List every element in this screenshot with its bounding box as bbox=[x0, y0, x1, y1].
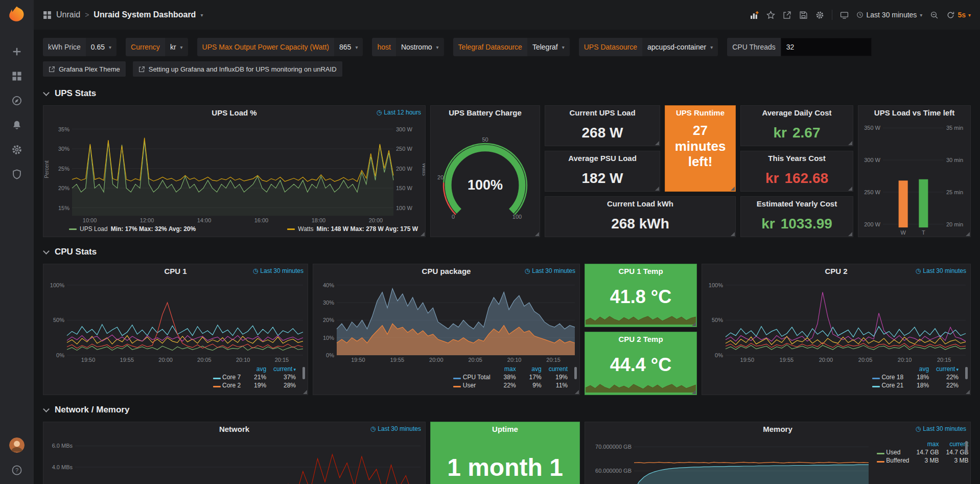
chevron-down-icon[interactable]: ▾ bbox=[200, 12, 203, 18]
refresh-interval-label[interactable]: 5s bbox=[958, 11, 966, 19]
panel-title[interactable]: UPS Battery Charge bbox=[449, 108, 522, 117]
legend-series[interactable]: Core 2 bbox=[209, 381, 244, 389]
legend-sort-avg[interactable]: avg bbox=[244, 365, 270, 373]
dashboards-icon[interactable] bbox=[11, 71, 22, 82]
stat-value: 268 W bbox=[545, 120, 660, 146]
panel-title[interactable]: CPU package bbox=[422, 267, 471, 275]
legend-series[interactable]: Used bbox=[873, 448, 913, 456]
zoom-out-icon[interactable] bbox=[930, 11, 939, 19]
legend-scrollbar[interactable] bbox=[302, 367, 305, 391]
ups-load-chart[interactable]: 15%20%25%30%35%100 W150 W200 W250 W300 W… bbox=[43, 120, 425, 224]
svg-text:25%: 25% bbox=[58, 166, 69, 172]
clock-icon: ◷ bbox=[525, 267, 530, 274]
legend-sort-current[interactable]: current▾ bbox=[932, 365, 962, 373]
panel-title[interactable]: UPS Load % bbox=[212, 108, 256, 117]
cycle-view-monitor-icon[interactable] bbox=[840, 11, 849, 19]
dashboard-title[interactable]: Unraid System Dashboard bbox=[94, 10, 196, 19]
legend-scrollbar[interactable] bbox=[965, 441, 968, 466]
variable-value-dropdown[interactable]: Telegraf▾ bbox=[527, 38, 570, 56]
chart-legend: maxavgcurrent CPU Total38%17%19% User22%… bbox=[313, 364, 579, 395]
panel-title[interactable]: Uptime bbox=[492, 425, 518, 433]
panel-title[interactable]: Average PSU Load bbox=[568, 154, 637, 163]
legend-series[interactable]: Buffered bbox=[873, 456, 913, 465]
variable-value-dropdown[interactable]: 0.65▾ bbox=[86, 38, 116, 56]
panel-title[interactable]: This Years Cost bbox=[768, 154, 825, 163]
legend-series[interactable]: User bbox=[450, 381, 494, 389]
svg-text:19:50: 19:50 bbox=[740, 357, 755, 363]
clock-icon: ◷ bbox=[370, 425, 376, 432]
panel-title[interactable]: CPU 1 Temp bbox=[618, 267, 663, 275]
variable-value-dropdown[interactable]: kr▾ bbox=[165, 38, 188, 56]
panel-title[interactable]: Estimated Yearly Cost bbox=[757, 199, 837, 208]
chevron-down-icon[interactable]: ▾ bbox=[968, 12, 971, 18]
help-icon[interactable]: ? bbox=[11, 465, 22, 476]
section-header-ups[interactable]: UPS Stats bbox=[43, 86, 971, 101]
dashboard-settings-gear-icon[interactable] bbox=[815, 11, 824, 19]
panel-title[interactable]: Current UPS Load bbox=[569, 108, 635, 117]
legend-series[interactable]: Core 7 bbox=[209, 373, 244, 381]
legend-sort-avg[interactable]: avg bbox=[907, 365, 932, 373]
legend-series[interactable]: CPU Total bbox=[450, 373, 494, 381]
configuration-gear-icon[interactable] bbox=[11, 144, 22, 155]
cpu-package-chart[interactable]: 0%10%20%30%40%19:5019:5520:0020:0520:102… bbox=[313, 278, 579, 364]
apps-grid-icon[interactable] bbox=[43, 11, 52, 19]
panel-title[interactable]: Current Load kWh bbox=[607, 199, 673, 208]
memory-chart[interactable]: 50.000000 GB60.000000 GB70.000000 GB19:5… bbox=[585, 436, 873, 484]
time-range-picker[interactable]: Last 30 minutes ▾ bbox=[856, 11, 923, 19]
panel-title[interactable]: CPU 2 Temp bbox=[618, 335, 663, 343]
legend-sort-avg[interactable]: avg bbox=[520, 365, 545, 373]
svg-text:60.000000 GB: 60.000000 GB bbox=[595, 468, 632, 474]
legend-sort-current[interactable]: current bbox=[545, 365, 571, 373]
add-icon[interactable] bbox=[11, 46, 22, 57]
panel-title[interactable]: Average Daily Cost bbox=[762, 108, 831, 117]
battery-gauge[interactable]: 02050100100% bbox=[431, 120, 540, 237]
legend-sort-max[interactable]: max bbox=[494, 365, 520, 373]
legend-series[interactable]: UPS Load bbox=[80, 225, 108, 233]
svg-text:300 W: 300 W bbox=[864, 157, 880, 163]
cpu1-chart[interactable]: 0%50%100%19:5019:5520:0020:0520:1020:15 bbox=[43, 278, 308, 364]
explore-compass-icon[interactable] bbox=[11, 95, 22, 106]
panel-title[interactable]: UPS Load vs Time left bbox=[874, 108, 954, 117]
star-icon[interactable] bbox=[766, 11, 775, 19]
variable-value-dropdown[interactable]: Nostromo▾ bbox=[396, 38, 444, 56]
svg-text:20:05: 20:05 bbox=[858, 357, 873, 363]
breadcrumb: Unraid > Unraid System Dashboard ▾ bbox=[43, 10, 203, 19]
legend-sort-max[interactable]: max bbox=[913, 440, 943, 448]
user-avatar[interactable] bbox=[9, 437, 25, 453]
chart-legend: UPS LoadMin: 17% Max: 32% Avg: 20% Watts… bbox=[43, 224, 425, 237]
legend-sort-current[interactable]: current▾ bbox=[270, 365, 299, 373]
refresh-icon[interactable] bbox=[946, 11, 955, 19]
legend-series[interactable]: Core 18 bbox=[869, 373, 907, 381]
dashboard-link[interactable]: Setting up Grafana and InfluxDB for UPS … bbox=[133, 61, 342, 77]
panel-title[interactable]: CPU 1 bbox=[164, 267, 186, 275]
breadcrumb-folder[interactable]: Unraid bbox=[56, 10, 80, 19]
cpu2-chart[interactable]: 0%50%100%19:5019:5520:0020:0520:1020:15 bbox=[702, 278, 970, 364]
dashboard-link[interactable]: Grafana Plex Theme bbox=[43, 61, 126, 77]
network-chart[interactable]: 2.0 MBs4.0 MBs6.0 MBs19:5019:5520:0020:0… bbox=[43, 436, 425, 484]
svg-text:0: 0 bbox=[452, 214, 455, 220]
panel-title[interactable]: Network bbox=[219, 425, 249, 433]
legend-series[interactable]: Watts bbox=[298, 225, 313, 233]
variable-value-dropdown[interactable]: apcupsd-container▾ bbox=[642, 38, 718, 56]
add-panel-icon[interactable] bbox=[750, 11, 759, 19]
ups-load-vs-time-bar-chart[interactable]: 200 W250 W300 W350 W20 min25 min30 min35… bbox=[858, 120, 970, 237]
legend-scrollbar[interactable] bbox=[574, 367, 577, 391]
security-shield-icon[interactable] bbox=[11, 169, 22, 180]
cpu-threads-input[interactable] bbox=[781, 38, 872, 56]
section-header-cpu[interactable]: CPU Stats bbox=[43, 244, 971, 260]
grafana-logo[interactable] bbox=[6, 5, 28, 26]
panel-title[interactable]: UPS Runtime bbox=[676, 108, 725, 117]
section-header-netmem[interactable]: Network / Memory bbox=[43, 402, 971, 418]
share-icon[interactable] bbox=[783, 11, 791, 19]
alerting-bell-icon[interactable] bbox=[11, 120, 22, 131]
svg-text:300 W: 300 W bbox=[396, 126, 412, 132]
variable-value-dropdown[interactable]: 865▾ bbox=[334, 38, 363, 56]
legend-scrollbar[interactable] bbox=[965, 367, 968, 391]
save-icon[interactable] bbox=[799, 11, 808, 19]
refresh-control[interactable]: 5s ▾ bbox=[946, 11, 971, 19]
svg-text:20%: 20% bbox=[323, 317, 334, 323]
svg-text:19:55: 19:55 bbox=[780, 357, 794, 363]
panel-title[interactable]: CPU 2 bbox=[825, 267, 847, 275]
legend-series[interactable]: Core 21 bbox=[869, 381, 907, 389]
panel-title[interactable]: Memory bbox=[763, 425, 792, 433]
